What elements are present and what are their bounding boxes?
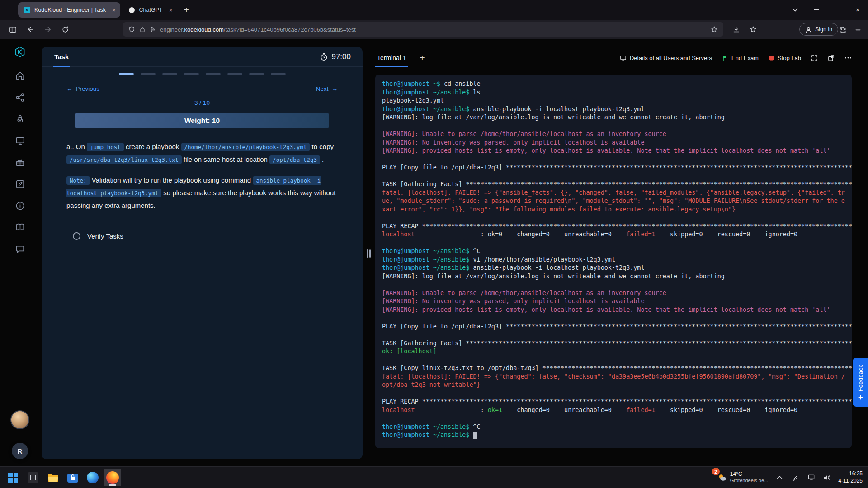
- tab-task[interactable]: Task: [53, 47, 70, 67]
- downloads-icon[interactable]: [729, 22, 743, 37]
- arrow-left-icon: ←: [66, 85, 73, 92]
- progress-dash: [206, 73, 221, 75]
- store-icon[interactable]: [64, 469, 81, 486]
- terminal-header: Terminal 1 + Details of all Users and Se…: [375, 47, 852, 69]
- text-segment: file on same host at location: [182, 155, 269, 163]
- display-network-icon[interactable]: [807, 473, 816, 482]
- chat-icon[interactable]: [14, 243, 26, 255]
- terminal-line: xact error", "rc": 1}}, "msg": "The foll…: [382, 206, 852, 214]
- sidebar-toggle-icon[interactable]: [5, 22, 20, 37]
- terminal-line: [WARNING]: log file at /var/log/ansible.…: [382, 272, 852, 281]
- feedback-button[interactable]: Feedback: [853, 358, 868, 407]
- end-exam-label: End Exam: [731, 55, 759, 61]
- speaker-icon[interactable]: [822, 473, 831, 482]
- terminal-output: thor@jumphost ~$ cd ansiblethor@jumphost…: [382, 80, 852, 440]
- end-exam-button[interactable]: End Exam: [722, 55, 759, 61]
- tab-title: KodeKloud - Engineer | Task: [34, 7, 106, 13]
- previous-button[interactable]: ←Previous: [66, 85, 99, 92]
- terminal[interactable]: thor@jumphost ~$ cd ansiblethor@jumphost…: [375, 75, 852, 448]
- feedback-note-icon[interactable]: [14, 178, 26, 190]
- maximize-button[interactable]: [826, 0, 847, 20]
- windows-taskbar: 2 14°C Grotendeels be... 16:25: [0, 466, 868, 488]
- gift-icon[interactable]: [14, 156, 26, 168]
- terminal-line: [WARNING]: Unable to parse /home/thor/an…: [382, 130, 852, 139]
- firefox-icon[interactable]: [104, 469, 121, 486]
- url-bar[interactable]: engineer.kodekloud.com/task?id=64071c40b…: [123, 22, 723, 37]
- file-explorer-icon[interactable]: [44, 469, 61, 486]
- back-icon[interactable]: [24, 22, 38, 37]
- task-note: Note: Validation will try to run the pla…: [66, 174, 338, 211]
- stopwatch-icon: [320, 53, 328, 61]
- permissions-sliders-icon[interactable]: [150, 26, 156, 33]
- library-star-icon[interactable]: [746, 22, 760, 37]
- letter-avatar[interactable]: R: [12, 443, 28, 459]
- kebab-menu-icon[interactable]: [844, 56, 852, 59]
- fullscreen-icon[interactable]: [811, 55, 818, 61]
- task-view-icon[interactable]: [24, 469, 42, 486]
- bookmark-star-icon[interactable]: [711, 26, 718, 33]
- terminal-line: TASK [Gathering Facts] *****************…: [382, 339, 852, 348]
- url-text[interactable]: engineer.kodekloud.com/task?id=64071c40b…: [160, 26, 707, 33]
- lock-icon[interactable]: [139, 26, 146, 33]
- clock-time: 16:25: [849, 470, 863, 478]
- next-button[interactable]: Next→: [316, 85, 338, 92]
- verify-radio[interactable]: [73, 232, 80, 240]
- browser-tab-chatgpt[interactable]: ChatGPT ×: [123, 2, 177, 18]
- details-users-servers-button[interactable]: Details of all Users and Servers: [620, 55, 712, 61]
- browser-tab-kodekloud[interactable]: K KodeKloud - Engineer | Task ×: [18, 2, 120, 18]
- tracking-shield-icon[interactable]: [128, 26, 135, 33]
- weather-widget[interactable]: 2 14°C Grotendeels be...: [717, 471, 768, 484]
- tray-chevron-up-icon[interactable]: [775, 473, 784, 482]
- terminal-line: [382, 414, 852, 423]
- kodekloud-logo-icon[interactable]: [14, 46, 26, 58]
- playground-monitor-icon[interactable]: [14, 135, 26, 146]
- tab-close-icon[interactable]: ×: [169, 7, 173, 14]
- tab-list-chevron-icon[interactable]: [785, 0, 806, 20]
- panel-resize-handle[interactable]: [364, 248, 373, 259]
- minimize-button[interactable]: [806, 0, 826, 20]
- browser-navbar: engineer.kodekloud.com/task?id=64071c40b…: [0, 20, 868, 39]
- screen: K KodeKloud - Engineer | Task × ChatGPT …: [0, 0, 868, 488]
- terminal-line: [382, 281, 852, 289]
- tab-terminal-1[interactable]: Terminal 1: [375, 49, 408, 67]
- window-close-button[interactable]: ×: [847, 0, 868, 20]
- terminal-line: [382, 389, 852, 398]
- terminal-line: localhost : ok=1 changed=0 unreachable=0…: [382, 406, 852, 415]
- sign-in-button[interactable]: Sign in: [799, 23, 838, 36]
- terminal-line: PLAY RECAP *****************************…: [382, 398, 852, 406]
- user-avatar[interactable]: [10, 410, 29, 429]
- clock[interactable]: 16:25 4-11-2025: [838, 470, 863, 484]
- progress-dash: [119, 73, 134, 75]
- stop-lab-button[interactable]: Stop Lab: [769, 55, 801, 61]
- docs-book-icon[interactable]: [14, 221, 26, 233]
- inline-code: /home/thor/ansible/playbook-t2q3.yml: [181, 143, 310, 151]
- edge-icon[interactable]: [84, 469, 101, 486]
- info-icon[interactable]: [14, 200, 26, 211]
- pen-icon[interactable]: [791, 473, 800, 482]
- browser-tabstrip: K KodeKloud - Engineer | Task × ChatGPT …: [0, 0, 868, 20]
- learning-path-icon[interactable]: [14, 91, 26, 103]
- reload-icon[interactable]: [58, 22, 72, 37]
- home-icon[interactable]: [14, 70, 26, 81]
- terminal-line: thor@jumphost ~/ansible$: [382, 431, 852, 440]
- chatgpt-favicon: [128, 6, 136, 14]
- new-tab-button[interactable]: +: [179, 3, 193, 17]
- terminal-line: playbook-t2q3.yml: [382, 97, 852, 105]
- terminal-line: localhost : ok=0 changed=0 unreachable=0…: [382, 230, 852, 239]
- terminal-line: PLAY [Copy file to /opt/dba-t2q3] ******…: [382, 323, 852, 331]
- open-in-new-icon[interactable]: [828, 55, 835, 61]
- new-terminal-button[interactable]: +: [420, 53, 425, 63]
- menu-hamburger-icon[interactable]: [851, 22, 865, 37]
- text-segment: Validation will try to run the playbook …: [90, 176, 253, 184]
- extensions-puzzle-icon[interactable]: [835, 22, 850, 37]
- tab-close-icon[interactable]: ×: [112, 7, 116, 14]
- timer-value: 97:00: [331, 52, 351, 61]
- monitor-icon: [620, 55, 627, 61]
- start-button[interactable]: [5, 469, 22, 486]
- terminal-line: [382, 314, 852, 323]
- feedback-label: Feedback: [857, 365, 864, 392]
- forward-icon[interactable]: [41, 22, 55, 37]
- terminal-line: thor@jumphost ~/ansible$ ^C: [382, 247, 852, 256]
- verify-tasks-row[interactable]: Verify Tasks: [73, 232, 338, 240]
- rocket-icon[interactable]: [14, 113, 26, 125]
